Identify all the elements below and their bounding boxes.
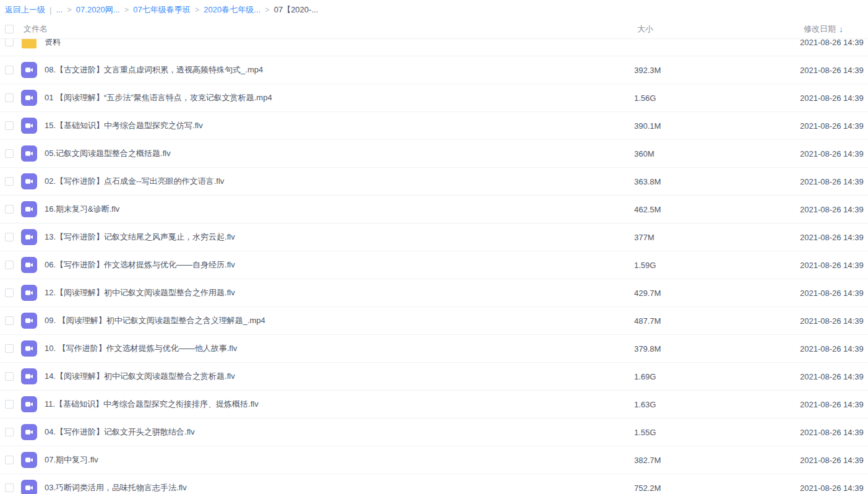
row-checkbox[interactable]	[5, 66, 14, 74]
breadcrumb-link[interactable]: 07.2020网...	[76, 5, 120, 14]
row-checkbox[interactable]	[5, 400, 14, 409]
file-table-header: 文件名 大小 修改日期 ↓	[0, 20, 868, 39]
video-file-icon	[21, 480, 37, 494]
row-checkbox[interactable]	[5, 39, 14, 46]
video-file-icon	[21, 118, 37, 134]
column-header-filename: 文件名	[24, 24, 48, 35]
row-checkbox[interactable]	[5, 261, 14, 269]
row-checkbox[interactable]	[5, 483, 14, 492]
row-checkbox[interactable]	[5, 316, 14, 325]
file-date: 2021-08-26 14:39	[800, 93, 864, 103]
file-name[interactable]: 14.【阅读理解】初中记叙文阅读题型整合之赏析题.flv	[45, 371, 235, 382]
breadcrumb-separator: >	[195, 5, 200, 14]
video-file-icon	[21, 145, 37, 162]
file-date: 2021-08-26 14:39	[800, 149, 864, 158]
table-row[interactable]: 09. 【阅读理解】初中记叙文阅读题型整合之含义理解题_.mp4 487.7M …	[0, 307, 868, 335]
breadcrumb: 返回上一级 | ...>07.2020网...>07七年级春季班>2020春七年…	[0, 0, 868, 20]
file-size: 392.3M	[634, 66, 661, 75]
file-date: 2021-08-26 14:39	[800, 400, 864, 409]
row-checkbox[interactable]	[5, 456, 14, 464]
file-size: 1.59G	[634, 261, 656, 270]
table-row[interactable]: 资料 2021-08-26 14:39	[0, 39, 868, 56]
row-checkbox[interactable]	[5, 121, 14, 130]
row-checkbox[interactable]	[5, 177, 14, 186]
file-name[interactable]: 15.【基础知识】中考综合题型探究之仿写.flv	[45, 120, 203, 131]
folder-icon	[21, 39, 37, 50]
file-size: 360M	[634, 149, 655, 158]
file-date: 2021-08-26 14:39	[800, 177, 864, 186]
breadcrumb-separator: >	[265, 5, 270, 14]
table-row[interactable]: 15.【基础知识】中考综合题型探究之仿写.flv 390.1M 2021-08-…	[0, 112, 868, 140]
file-date: 2021-08-26 14:39	[800, 39, 864, 47]
row-checkbox[interactable]	[5, 205, 14, 214]
file-date: 2021-08-26 14:39	[800, 372, 864, 381]
file-size: 752.2M	[634, 483, 661, 493]
video-file-icon	[21, 90, 37, 106]
file-size: 1.56G	[634, 93, 656, 103]
breadcrumb-link[interactable]: ...	[56, 5, 62, 14]
table-row[interactable]: 11.【基础知识】中考综合题型探究之衔接排序、提炼概括.flv 1.63G 20…	[0, 391, 868, 418]
file-size: 377M	[634, 233, 655, 242]
file-name[interactable]: 08.【古文进阶】文言重点虚词积累，透视高频特殊句式_.mp4	[45, 64, 263, 76]
video-file-icon	[21, 452, 37, 468]
breadcrumb-current: 07【2020-...	[274, 5, 319, 14]
file-name[interactable]: 07.期中复习.flv	[45, 454, 98, 466]
file-name[interactable]: 12.【阅读理解】初中记叙文阅读题型整合之作用题.flv	[45, 287, 235, 298]
file-date: 2021-08-26 14:39	[800, 483, 864, 493]
video-file-icon	[21, 340, 37, 357]
table-row[interactable]: 04.【写作进阶】记叙文开头之骈散结合.flv 1.55G 2021-08-26…	[0, 418, 868, 446]
video-file-icon	[21, 285, 37, 301]
file-date: 2021-08-26 14:39	[800, 205, 864, 214]
table-row[interactable]: 03.巧断词类活用，品味托物言志手法.flv 752.2M 2021-08-26…	[0, 474, 868, 494]
video-file-icon	[21, 229, 37, 245]
table-row[interactable]: 08.【古文进阶】文言重点虚词积累，透视高频特殊句式_.mp4 392.3M 2…	[0, 56, 868, 84]
table-row[interactable]: 02.【写作进阶】点石成金--写出亮眼的作文语言.flv 363.8M 2021…	[0, 168, 868, 196]
file-name[interactable]: 11.【基础知识】中考综合题型探究之衔接排序、提炼概括.flv	[45, 399, 259, 410]
file-size: 390.1M	[634, 121, 661, 131]
file-name[interactable]: 06.【写作进阶】作文选材提炼与优化——自身经历.flv	[45, 259, 235, 271]
breadcrumb-link[interactable]: 2020春七年级...	[204, 5, 260, 14]
file-name[interactable]: 09. 【阅读理解】初中记叙文阅读题型整合之含义理解题_.mp4	[45, 315, 265, 326]
file-name[interactable]: 01 【阅读理解】“五步法”聚焦语言特点，攻克记叙文赏析题.mp4	[45, 92, 272, 103]
video-file-icon	[21, 424, 37, 440]
row-checkbox[interactable]	[5, 428, 14, 436]
file-name[interactable]: 03.巧断词类活用，品味托物言志手法.flv	[45, 482, 187, 493]
breadcrumb-separator: >	[67, 5, 72, 14]
row-checkbox[interactable]	[5, 288, 14, 297]
breadcrumb-separator: >	[124, 5, 129, 14]
file-name[interactable]: 02.【写作进阶】点石成金--写出亮眼的作文语言.flv	[45, 176, 224, 187]
file-name[interactable]: 资料	[45, 39, 61, 48]
table-row[interactable]: 12.【阅读理解】初中记叙文阅读题型整合之作用题.flv 429.7M 2021…	[0, 279, 868, 307]
row-checkbox[interactable]	[5, 233, 14, 241]
file-name[interactable]: 05.记叙文阅读题型整合之概括题.flv	[45, 148, 171, 159]
row-checkbox[interactable]	[5, 372, 14, 381]
file-date: 2021-08-26 14:39	[800, 316, 864, 326]
table-row[interactable]: 16.期末复习&诊断.flv 462.5M 2021-08-26 14:39	[0, 196, 868, 223]
breadcrumb-back-link[interactable]: 返回上一级	[5, 4, 45, 15]
file-size: 363.8M	[634, 177, 661, 186]
file-date: 2021-08-26 14:39	[800, 66, 864, 75]
table-row[interactable]: 07.期中复习.flv 382.7M 2021-08-26 14:39	[0, 446, 868, 474]
table-row[interactable]: 01 【阅读理解】“五步法”聚焦语言特点，攻克记叙文赏析题.mp4 1.56G …	[0, 84, 868, 112]
file-name[interactable]: 10. 【写作进阶】作文选材提炼与优化——他人故事.flv	[45, 343, 237, 354]
row-checkbox[interactable]	[5, 149, 14, 158]
row-checkbox[interactable]	[5, 93, 14, 102]
table-row[interactable]: 06.【写作进阶】作文选材提炼与优化——自身经历.flv 1.59G 2021-…	[0, 251, 868, 279]
video-file-icon	[21, 368, 37, 384]
table-row[interactable]: 13.【写作进阶】记叙文结尾之风声戛止，水穷云起.flv 377M 2021-0…	[0, 223, 868, 251]
video-file-icon	[21, 62, 37, 78]
file-size: 1.55G	[634, 428, 656, 437]
file-name[interactable]: 04.【写作进阶】记叙文开头之骈散结合.flv	[45, 427, 195, 438]
file-name[interactable]: 16.期末复习&诊断.flv	[45, 204, 119, 215]
table-row[interactable]: 10. 【写作进阶】作文选材提炼与优化——他人故事.flv 379.8M 202…	[0, 335, 868, 363]
column-header-date-sort[interactable]: 修改日期 ↓	[804, 24, 843, 35]
table-row[interactable]: 05.记叙文阅读题型整合之概括题.flv 360M 2021-08-26 14:…	[0, 140, 868, 168]
select-all-checkbox[interactable]	[5, 25, 14, 33]
file-size: 1.63G	[634, 400, 656, 409]
video-file-icon	[21, 257, 37, 273]
breadcrumb-link[interactable]: 07七年级春季班	[133, 5, 190, 14]
table-row[interactable]: 14.【阅读理解】初中记叙文阅读题型整合之赏析题.flv 1.69G 2021-…	[0, 363, 868, 391]
file-size: 487.7M	[634, 316, 661, 326]
file-name[interactable]: 13.【写作进阶】记叙文结尾之风声戛止，水穷云起.flv	[45, 232, 235, 243]
row-checkbox[interactable]	[5, 344, 14, 353]
